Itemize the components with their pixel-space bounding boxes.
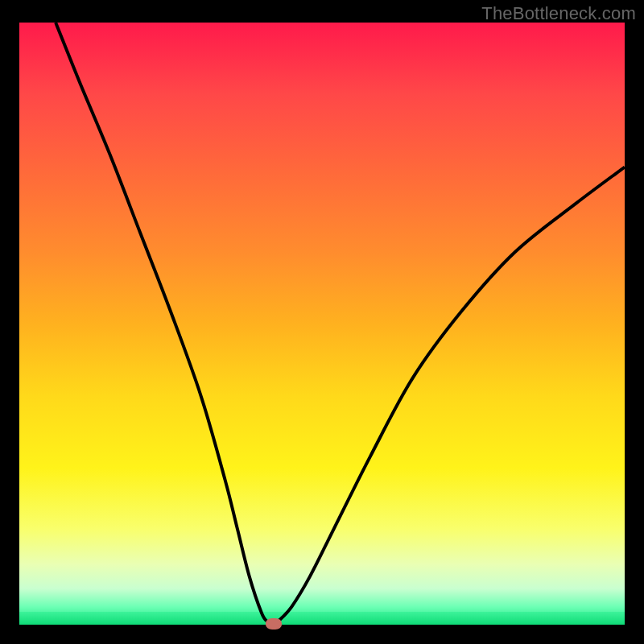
bottleneck-curve xyxy=(56,23,625,624)
curve-svg xyxy=(19,23,625,625)
chart-frame: TheBottleneck.com xyxy=(0,0,644,644)
optimal-marker xyxy=(266,618,282,630)
plot-area xyxy=(19,23,625,625)
watermark-text: TheBottleneck.com xyxy=(481,3,636,24)
